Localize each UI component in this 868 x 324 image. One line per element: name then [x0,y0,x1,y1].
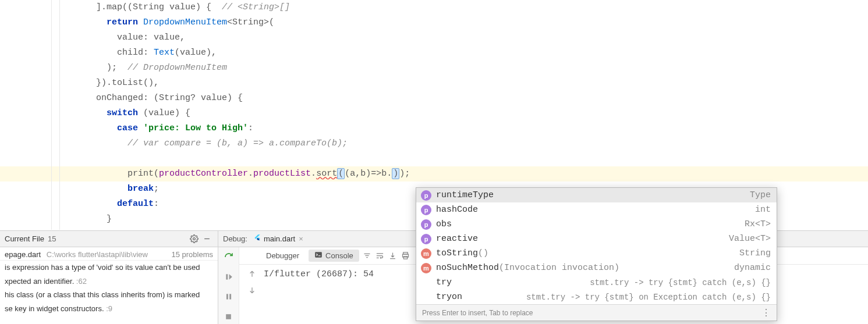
ac-name: hashCode [436,205,478,215]
code-line[interactable]: }).toList(), [0,76,868,91]
problems-list: is expression has a type of 'void' so it… [0,261,218,324]
problems-file-path: C:\works flutter\lastapi\lib\view [47,250,148,259]
console-side-icons [247,268,258,321]
code-identifier: productController [159,169,248,179]
code-line[interactable]: return DropdownMenuItem<String>( [0,15,868,30]
svg-marker-3 [229,274,232,279]
code-text [96,17,107,27]
problem-item[interactable]: xpected an identifier. :62 [0,275,218,289]
code-keyword: default [117,199,154,209]
code-type: Text [154,48,175,58]
code-line[interactable]: ].map((String value) { // <String>[] [0,0,868,15]
property-icon: p [421,190,431,201]
debug-sidebar [218,247,239,324]
problems-scope-label[interactable]: Current File [5,234,44,243]
code-text [96,184,127,194]
problems-header: Current File 15 [0,231,218,247]
problems-scope-count: 15 [48,234,56,243]
code-text [96,123,117,133]
code-line[interactable]: ); // DropdownMenuItem [0,60,868,76]
autocomplete-item[interactable]: m toString() String [416,246,777,261]
code-text: . [248,169,253,179]
ac-type: Rx<T> [745,219,771,229]
svg-rect-7 [315,252,322,257]
tab-console[interactable]: Console [309,250,359,262]
problem-loc: :9 [104,304,112,313]
property-icon: p [421,205,431,215]
more-icon[interactable]: ⋮ [761,307,771,318]
problem-loc: :62 [74,277,87,286]
template-icon [421,277,431,288]
code-text: onChanged: (String? value) { [96,93,243,103]
autocomplete-item[interactable]: p runtimeType Type [416,188,777,202]
code-text: . [311,169,316,179]
rerun-button[interactable] [221,250,236,265]
problems-file-row[interactable]: epage.dart C:\works flutter\lastapi\lib\… [0,247,218,261]
problem-item[interactable]: se key in widget constructors. :9 [0,302,218,316]
code-comment: // <String>[] [222,2,290,12]
autocomplete-item[interactable]: p obs Rx<T> [416,217,777,232]
ac-type: dynamic [734,263,771,273]
code-text [138,123,143,133]
code-line[interactable]: value: value, [0,30,868,45]
close-icon[interactable]: × [299,234,303,243]
code-line[interactable] [0,151,868,166]
code-type: DropdownMenuItem [143,17,227,27]
code-text: ; [154,184,159,194]
code-line[interactable]: // var compare = (b, a) => a.compareTo(b… [0,136,868,151]
scroll-to-end-icon[interactable] [388,251,398,261]
resume-button[interactable] [221,269,236,284]
problem-item[interactable]: his class (or a class that this class in… [0,288,218,302]
stop-button[interactable] [221,309,236,324]
tab-label: Debugger [266,251,299,260]
ac-name: runtimeType [436,190,494,200]
filter-icon[interactable] [363,251,372,261]
code-line[interactable]: child: Text(value), [0,45,868,60]
problem-text: xpected an identifier. [5,277,74,286]
bracket-open: ( [337,168,345,179]
template-icon [421,292,431,302]
problem-item[interactable]: is expression has a type of 'void' so it… [0,261,218,275]
tab-debugger[interactable]: Debugger [260,250,305,261]
minimize-icon[interactable] [200,233,213,245]
ac-name: tryon [436,292,462,302]
autocomplete-footer: Press Enter to insert, Tab to replace ⋮ [416,304,777,321]
ac-name: noSuchMethod [436,263,499,273]
autocomplete-item[interactable]: p reactive Value<T> [416,232,777,246]
problem-text: se key in widget constructors. [5,304,104,313]
flutter-icon [253,234,261,244]
method-icon: m [421,263,431,273]
autocomplete-item[interactable]: m noSuchMethod(Invocation invocation) dy… [416,261,777,275]
code-text: ].map((String value) { [96,2,222,12]
code-line-active[interactable]: print(productController.productList.sort… [0,166,868,181]
ac-type: int [755,205,771,215]
problem-text: his class (or a class that this class in… [5,290,200,299]
soft-wrap-icon[interactable] [375,251,385,261]
ac-name: obs [436,219,452,229]
code-keyword: switch [107,108,138,118]
ac-params: () [478,248,488,258]
gear-icon[interactable] [187,233,200,245]
code-line[interactable]: onChanged: (String? value) { [0,91,868,106]
code-line[interactable]: switch (value) { [0,106,868,121]
ac-type: stmt.try -> try {stmt} on Exception catc… [526,293,771,302]
code-text: ); [96,63,127,73]
tab-label: Console [325,251,353,260]
ac-type: String [739,248,771,258]
autocomplete-item[interactable]: tryon stmt.try -> try {stmt} on Exceptio… [416,290,777,304]
code-line[interactable]: case 'price: Low to High': [0,121,868,136]
ac-type: Type [750,190,771,200]
down-arrow-icon[interactable] [247,286,258,296]
property-icon: p [421,219,431,230]
up-arrow-icon[interactable] [247,269,258,280]
autocomplete-popup: p runtimeType Type p hashCode int p obs … [416,187,777,321]
ac-name: toString [436,248,478,258]
autocomplete-item[interactable]: try stmt.try -> try {stmt} catch (e,s) {… [416,275,777,290]
problems-file-count: 15 problems [171,250,213,259]
ac-name: reactive [436,234,478,244]
pause-button[interactable] [221,289,236,304]
code-text: : [154,199,159,209]
print-icon[interactable] [401,251,410,261]
autocomplete-item[interactable]: p hashCode int [416,202,777,217]
debug-config-name[interactable]: main.dart [264,234,295,243]
